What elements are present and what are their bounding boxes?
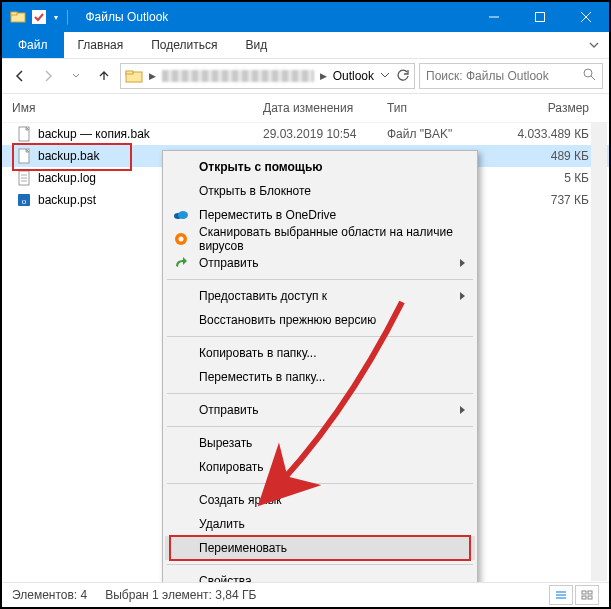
tab-share[interactable]: Поделиться xyxy=(137,32,231,58)
menu-open-with[interactable]: Открыть с помощью xyxy=(165,155,475,179)
ribbon-tabs: Файл Главная Поделиться Вид xyxy=(2,32,609,59)
file-icon xyxy=(16,148,32,164)
maximize-button[interactable] xyxy=(517,2,563,32)
menu-create-shortcut[interactable]: Создать ярлык xyxy=(165,488,475,512)
menu-label: Копировать xyxy=(199,460,264,474)
menu-cut[interactable]: Вырезать xyxy=(165,431,475,455)
menu-label: Сканировать выбранные области на наличие… xyxy=(199,225,455,253)
vertical-scrollbar[interactable] xyxy=(591,122,607,581)
title-bar: ▾ │ Файлы Outlook xyxy=(2,2,609,32)
svg-point-22 xyxy=(179,237,184,242)
menu-label: Предоставить доступ к xyxy=(199,289,327,303)
refresh-icon[interactable] xyxy=(396,68,410,85)
menu-onedrive[interactable]: Переместить в OneDrive xyxy=(165,203,475,227)
folder-icon xyxy=(125,67,143,85)
svg-rect-1 xyxy=(11,12,17,15)
menu-label: Переместить в OneDrive xyxy=(199,208,336,222)
minimize-button[interactable] xyxy=(471,2,517,32)
chevron-right-icon[interactable]: ▶ xyxy=(320,71,327,81)
menu-label: Отправить xyxy=(199,256,259,270)
svg-rect-26 xyxy=(582,591,586,594)
svg-point-20 xyxy=(178,211,188,219)
divider-icon: │ xyxy=(64,10,72,24)
tab-view[interactable]: Вид xyxy=(231,32,281,58)
file-name: backup — копия.bak xyxy=(38,127,263,141)
svg-line-10 xyxy=(591,76,595,80)
file-type: Файл "BAK" xyxy=(387,127,499,141)
status-bar: Элементов: 4 Выбран 1 элемент: 3,84 ГБ xyxy=(2,582,609,607)
onedrive-icon xyxy=(173,207,189,223)
column-headers: Имя Дата изменения Тип Размер xyxy=(2,94,609,123)
menu-label: Копировать в папку... xyxy=(199,346,317,360)
menu-copy[interactable]: Копировать xyxy=(165,455,475,479)
menu-copy-to[interactable]: Копировать в папку... xyxy=(165,341,475,365)
menu-open-notepad[interactable]: Открыть в Блокноте xyxy=(165,179,475,203)
qat-dropdown-icon[interactable]: ▾ xyxy=(54,13,58,22)
address-dropdown-icon[interactable] xyxy=(380,69,390,83)
explorer-window: ▾ │ Файлы Outlook Файл Главная Поделитьс… xyxy=(0,0,611,609)
view-details-button[interactable] xyxy=(549,585,573,605)
menu-send-to[interactable]: Отправить xyxy=(165,251,475,275)
checkbox-icon[interactable] xyxy=(32,10,46,24)
menu-label: Отправить xyxy=(199,403,259,417)
window-controls xyxy=(471,2,609,32)
file-row[interactable]: backup — копия.bak 29.03.2019 10:54 Файл… xyxy=(2,123,609,145)
address-crumb[interactable]: Outlook xyxy=(333,69,374,83)
svg-rect-2 xyxy=(33,11,46,24)
avast-icon xyxy=(173,231,189,247)
column-name[interactable]: Имя xyxy=(12,101,263,115)
quick-access-toolbar: ▾ │ xyxy=(2,9,72,25)
file-date: 29.03.2019 10:54 xyxy=(263,127,387,141)
outlook-pst-icon: o xyxy=(16,192,32,208)
menu-label: Восстановить прежнюю версию xyxy=(199,313,376,327)
up-button[interactable] xyxy=(92,64,116,88)
search-icon xyxy=(583,68,596,84)
share-arrow-icon xyxy=(173,255,189,271)
menu-label: Переместить в папку... xyxy=(199,370,325,384)
address-bar[interactable]: ▶ ▶ Outlook xyxy=(120,63,415,89)
menu-separator xyxy=(167,279,473,280)
menu-separator xyxy=(167,393,473,394)
file-text-icon xyxy=(16,170,32,186)
menu-scan[interactable]: Сканировать выбранные области на наличие… xyxy=(165,227,475,251)
menu-move-to[interactable]: Переместить в папку... xyxy=(165,365,475,389)
view-switcher xyxy=(549,585,599,605)
menu-label: Удалить xyxy=(199,517,245,531)
ribbon-expand-icon[interactable] xyxy=(579,32,609,58)
menu-rename[interactable]: Переименовать xyxy=(165,536,475,560)
view-large-button[interactable] xyxy=(575,585,599,605)
address-blurred-path xyxy=(162,70,314,82)
svg-rect-4 xyxy=(536,13,545,22)
navigation-bar: ▶ ▶ Outlook Поиск: Файлы Outlook xyxy=(2,59,609,94)
column-size[interactable]: Размер xyxy=(499,101,609,115)
menu-share-access[interactable]: Предоставить доступ к xyxy=(165,284,475,308)
menu-label: Создать ярлык xyxy=(199,493,282,507)
search-input[interactable]: Поиск: Файлы Outlook xyxy=(419,63,603,89)
tab-home[interactable]: Главная xyxy=(64,32,138,58)
window-title: Файлы Outlook xyxy=(86,10,169,24)
menu-label: Открыть с помощью xyxy=(199,160,323,174)
menu-restore-version[interactable]: Восстановить прежнюю версию xyxy=(165,308,475,332)
close-button[interactable] xyxy=(563,2,609,32)
menu-separator xyxy=(167,336,473,337)
menu-separator xyxy=(167,564,473,565)
svg-point-9 xyxy=(584,69,592,77)
search-placeholder: Поиск: Файлы Outlook xyxy=(426,69,549,83)
folder-small-icon xyxy=(10,9,26,25)
file-icon xyxy=(16,126,32,142)
column-date[interactable]: Дата изменения xyxy=(263,101,387,115)
chevron-right-icon[interactable]: ▶ xyxy=(149,71,156,81)
forward-button[interactable] xyxy=(36,64,60,88)
menu-delete[interactable]: Удалить xyxy=(165,512,475,536)
column-type[interactable]: Тип xyxy=(387,101,499,115)
recent-dropdown-icon[interactable] xyxy=(64,64,88,88)
back-button[interactable] xyxy=(8,64,32,88)
menu-label: Переименовать xyxy=(199,541,287,555)
svg-text:o: o xyxy=(22,196,27,206)
menu-separator xyxy=(167,483,473,484)
menu-send[interactable]: Отправить xyxy=(165,398,475,422)
context-menu: Открыть с помощью Открыть в Блокноте Пер… xyxy=(162,150,478,598)
menu-label: Вырезать xyxy=(199,436,252,450)
menu-label: Открыть в Блокноте xyxy=(199,184,311,198)
file-tab[interactable]: Файл xyxy=(2,32,64,58)
